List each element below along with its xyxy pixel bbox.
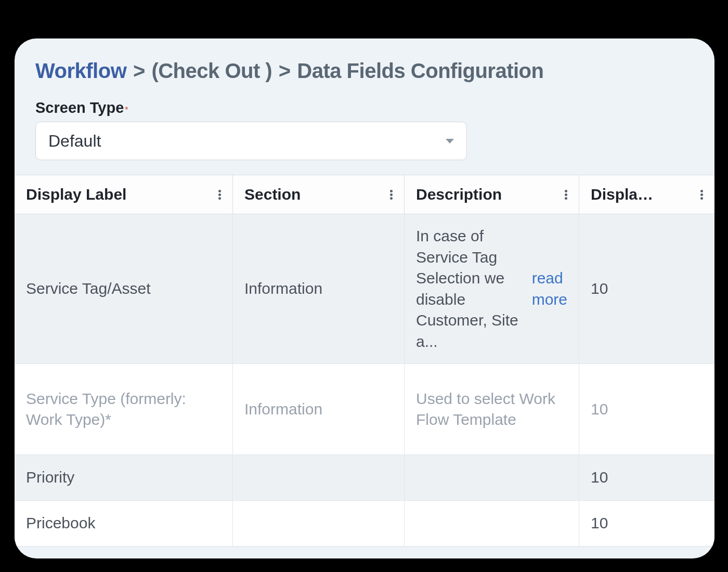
breadcrumb-separator-2: > <box>279 59 291 82</box>
column-header-text: Displa… <box>591 186 653 203</box>
read-more-link[interactable]: read more <box>532 268 567 310</box>
column-header-text: Description <box>416 186 502 203</box>
description-text: In case of Service Tag Selection we disa… <box>416 226 532 352</box>
screen-type-label-row: Screen Type* <box>35 99 694 116</box>
column-header-text: Display Label <box>26 186 126 203</box>
cell-description: Used to select Work Flow Template <box>405 364 579 454</box>
breadcrumb-mid: Check Out <box>158 59 265 82</box>
cell-displa: 10 <box>579 501 714 546</box>
kebab-menu-icon[interactable] <box>390 190 393 200</box>
screen-type-field: Screen Type* Default <box>15 88 714 175</box>
breadcrumb-mid-open: ( <box>151 59 158 82</box>
data-fields-table: Display Label Section Description Displa… <box>15 175 714 547</box>
kebab-menu-icon[interactable] <box>700 190 703 200</box>
cell-section: Information <box>233 364 405 454</box>
cell-display-label: Priority <box>15 455 233 500</box>
screen-type-value: Default <box>48 132 101 151</box>
breadcrumb: Workflow > (Check Out ) > Data Fields Co… <box>15 38 714 88</box>
kebab-menu-icon[interactable] <box>565 190 567 200</box>
config-card: Workflow > (Check Out ) > Data Fields Co… <box>15 38 714 558</box>
description-text: Used to select Work Flow Template <box>416 388 567 431</box>
column-header-displa[interactable]: Displa… <box>579 175 714 214</box>
cell-display-label: Pricebook <box>15 501 233 546</box>
breadcrumb-current: Data Fields Configuration <box>297 59 543 82</box>
cell-displa: 10 <box>579 214 714 363</box>
breadcrumb-mid-close: ) <box>265 59 272 82</box>
required-asterisk: * <box>125 106 128 114</box>
breadcrumb-separator-1: > <box>133 59 145 82</box>
kebab-menu-icon[interactable] <box>218 190 221 200</box>
cell-displa: 10 <box>579 364 714 454</box>
table-body: Service Tag/Asset Information In case of… <box>15 214 714 547</box>
breadcrumb-link-workflow[interactable]: Workflow <box>35 59 126 82</box>
table-row[interactable]: Service Tag/Asset Information In case of… <box>15 214 714 364</box>
cell-section: Information <box>233 214 405 363</box>
column-header-display-label[interactable]: Display Label <box>15 175 233 214</box>
screen-type-label: Screen Type <box>35 99 124 116</box>
table-row[interactable]: Priority 10 <box>15 455 714 501</box>
cell-description <box>405 501 579 546</box>
cell-section <box>233 455 405 500</box>
cell-display-label: Service Tag/Asset <box>15 214 233 363</box>
cell-description <box>405 455 579 500</box>
column-header-description[interactable]: Description <box>405 175 579 214</box>
cell-section <box>233 501 405 546</box>
screen-type-select[interactable]: Default <box>35 122 467 160</box>
table-header-row: Display Label Section Description Displa… <box>15 175 714 214</box>
column-header-section[interactable]: Section <box>233 175 405 214</box>
cell-display-label: Service Type (formerly: Work Type)* <box>15 364 233 454</box>
cell-description: In case of Service Tag Selection we disa… <box>405 214 579 363</box>
cell-displa: 10 <box>579 455 714 500</box>
column-header-text: Section <box>244 186 301 203</box>
table-row[interactable]: Service Type (formerly: Work Type)* Info… <box>15 364 714 455</box>
chevron-down-icon <box>446 139 454 144</box>
table-row[interactable]: Pricebook 10 <box>15 501 714 547</box>
